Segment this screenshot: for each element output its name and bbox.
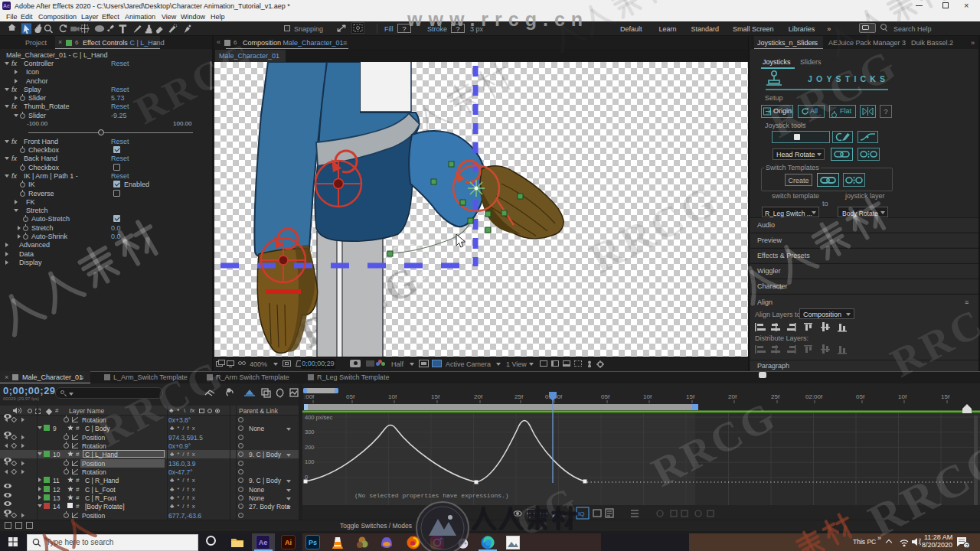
svg-text:10f: 10f — [898, 393, 907, 400]
svg-text:15f: 15f — [686, 393, 695, 400]
svg-text:400 px/sec: 400 px/sec — [305, 414, 333, 421]
svg-text:05f: 05f — [601, 393, 610, 400]
svg-text:IQ: IQ — [578, 510, 584, 517]
svg-text:10f: 10f — [388, 393, 397, 400]
svg-text:15f: 15f — [431, 393, 440, 400]
svg-text:20f: 20f — [728, 393, 737, 400]
svg-text:2: 2 — [965, 543, 969, 549]
svg-text:20f: 20f — [474, 393, 483, 400]
svg-text:(No selected properties have e: (No selected properties have expressions… — [354, 492, 509, 499]
svg-text:05f: 05f — [856, 393, 865, 400]
svg-text:200: 200 — [305, 444, 315, 451]
svg-text:25f: 25f — [771, 393, 780, 400]
svg-text:10f: 10f — [643, 393, 652, 400]
svg-text:05f: 05f — [346, 393, 355, 400]
svg-text::00f: :00f — [304, 393, 315, 400]
svg-text:100: 100 — [305, 458, 315, 465]
svg-text:300: 300 — [305, 429, 315, 435]
svg-text:JOYSTICKS: JOYSTICKS — [808, 74, 889, 83]
svg-text:25f: 25f — [514, 393, 524, 400]
svg-text:02:00f: 02:00f — [805, 393, 823, 400]
svg-text:15f: 15f — [941, 393, 950, 400]
